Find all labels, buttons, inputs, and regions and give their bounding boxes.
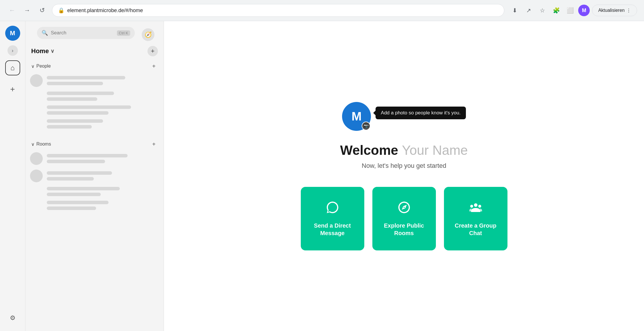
people-section-header[interactable]: ∨ People + bbox=[25, 60, 164, 72]
skeleton-avatar bbox=[30, 152, 43, 165]
compass-button[interactable]: 🧭 bbox=[142, 28, 154, 41]
panel-title-chevron: ∨ bbox=[51, 48, 54, 54]
people-label: People bbox=[36, 64, 51, 69]
update-label: Aktualisieren bbox=[598, 8, 625, 13]
skeleton-lines bbox=[47, 187, 159, 196]
people-skeleton-list bbox=[25, 72, 164, 135]
skeleton-line bbox=[47, 125, 92, 129]
browser-profile-button[interactable]: M bbox=[578, 5, 590, 16]
skeleton-lines bbox=[47, 105, 159, 115]
sidebar-toggle-button[interactable]: ⬜ bbox=[564, 5, 576, 16]
share-button[interactable]: ↗ bbox=[523, 5, 534, 16]
group-chat-icon bbox=[469, 200, 483, 217]
rooms-add-icon: + bbox=[152, 141, 156, 148]
search-icon: 🔍 bbox=[42, 30, 48, 36]
expand-icon: › bbox=[12, 48, 14, 54]
address-bar[interactable]: 🔒 element.plantmicrobe.de/#/home bbox=[52, 4, 504, 17]
reload-button[interactable]: ↺ bbox=[37, 5, 47, 16]
menu-icon: ⋮ bbox=[626, 8, 631, 13]
svg-point-0 bbox=[474, 203, 477, 207]
skeleton-rooms-item-2 bbox=[30, 170, 159, 182]
rooms-section-header[interactable]: ∨ Rooms + bbox=[25, 138, 164, 150]
action-cards: Send a Direct Message Explore Public Roo… bbox=[301, 187, 507, 250]
browser-toolbar: ← → ↺ 🔒 element.plantmicrobe.de/#/home ⬇… bbox=[0, 0, 644, 21]
avatar-area: M 📷 Add a photo so people know it's you. bbox=[342, 102, 466, 131]
skeleton-lines bbox=[47, 171, 159, 181]
app-layout: M › ⌂ + ⚙ 🔍 Ctrl K 🧭 bbox=[0, 21, 644, 331]
explore-rooms-label: Explore Public Rooms bbox=[378, 222, 430, 237]
skeleton-lines bbox=[47, 201, 159, 210]
update-button[interactable]: Aktualisieren ⋮ bbox=[592, 5, 637, 16]
sidebar-expand-button[interactable]: › bbox=[8, 45, 18, 56]
panel-header: 🔍 Ctrl K 🧭 bbox=[25, 21, 164, 46]
svg-point-1 bbox=[470, 205, 473, 208]
skeleton-line bbox=[47, 171, 112, 175]
skeleton-line bbox=[47, 193, 101, 196]
extensions-button[interactable]: 🧩 bbox=[550, 5, 562, 16]
skeleton-people-item-2 bbox=[30, 92, 159, 101]
welcome-heading: Welcome Your Name bbox=[340, 142, 468, 158]
skeleton-line bbox=[47, 111, 109, 115]
direct-message-icon bbox=[326, 200, 339, 217]
main-content: M 📷 Add a photo so people know it's you.… bbox=[164, 21, 644, 331]
skeleton-line bbox=[47, 97, 97, 101]
bookmark-button[interactable]: ☆ bbox=[537, 5, 548, 16]
skeleton-rooms-item-4 bbox=[30, 201, 159, 210]
svg-point-2 bbox=[478, 205, 481, 208]
main-user-avatar[interactable]: M 📷 bbox=[342, 102, 371, 131]
skeleton-people-item-1 bbox=[30, 74, 159, 87]
explore-rooms-icon bbox=[397, 200, 411, 217]
skeleton-line bbox=[47, 82, 103, 85]
skeleton-line bbox=[47, 201, 109, 204]
panel-title[interactable]: Home ∨ bbox=[31, 47, 54, 55]
panel: 🔍 Ctrl K 🧭 Home ∨ + ∨ Peop bbox=[25, 21, 164, 331]
home-nav-button[interactable]: ⌂ bbox=[5, 60, 20, 75]
rooms-label: Rooms bbox=[36, 142, 51, 147]
skeleton-line bbox=[47, 187, 120, 190]
people-section-title: ∨ People bbox=[31, 64, 51, 69]
back-button[interactable]: ← bbox=[7, 5, 17, 16]
welcome-prefix: Welcome bbox=[340, 143, 398, 158]
skeleton-avatar bbox=[30, 74, 43, 87]
plus-icon: + bbox=[10, 85, 15, 94]
skeleton-people-item-4 bbox=[30, 119, 159, 129]
group-chat-label: Create a Group Chat bbox=[450, 222, 502, 237]
skeleton-lines bbox=[47, 92, 159, 101]
panel-add-button[interactable]: + bbox=[148, 46, 158, 56]
avatar-tooltip: Add a photo so people know it's you. bbox=[376, 107, 466, 119]
home-icon: ⌂ bbox=[10, 64, 15, 72]
skeleton-line bbox=[47, 177, 94, 181]
browser-actions: ⬇ ↗ ☆ 🧩 ⬜ M Aktualisieren ⋮ bbox=[509, 5, 637, 16]
forward-button[interactable]: → bbox=[22, 5, 32, 16]
skeleton-line bbox=[47, 105, 131, 109]
rooms-chevron-icon: ∨ bbox=[31, 142, 35, 147]
rooms-add-button[interactable]: + bbox=[150, 140, 158, 148]
rooms-skeleton-list bbox=[25, 150, 164, 217]
explore-rooms-card[interactable]: Explore Public Rooms bbox=[372, 187, 436, 250]
panel-title-text: Home bbox=[31, 47, 49, 55]
skeleton-lines bbox=[47, 76, 159, 85]
lock-icon: 🔒 bbox=[58, 7, 64, 14]
skeleton-line bbox=[47, 76, 125, 79]
sidebar-icons: M › ⌂ + ⚙ bbox=[0, 21, 25, 331]
group-chat-card[interactable]: Create a Group Chat bbox=[444, 187, 507, 250]
search-bar[interactable]: 🔍 Ctrl K bbox=[37, 27, 135, 39]
direct-message-card[interactable]: Send a Direct Message bbox=[301, 187, 364, 250]
skeleton-line bbox=[47, 207, 96, 210]
camera-badge[interactable]: 📷 bbox=[362, 122, 370, 130]
people-add-button[interactable]: + bbox=[150, 62, 158, 70]
user-avatar[interactable]: M bbox=[5, 26, 20, 41]
skeleton-lines bbox=[47, 119, 159, 129]
url-text: element.plantmicrobe.de/#/home bbox=[67, 8, 498, 14]
rooms-section-title: ∨ Rooms bbox=[31, 142, 51, 147]
skeleton-line bbox=[47, 92, 114, 95]
download-button[interactable]: ⬇ bbox=[509, 5, 520, 16]
search-input[interactable] bbox=[51, 30, 114, 36]
sidebar-add-button[interactable]: + bbox=[6, 82, 20, 96]
skeleton-avatar bbox=[30, 170, 43, 182]
skeleton-lines bbox=[47, 154, 159, 163]
panel-add-icon: + bbox=[151, 47, 155, 55]
settings-icon: ⚙ bbox=[10, 314, 16, 322]
skeleton-line bbox=[47, 160, 105, 163]
settings-button[interactable]: ⚙ bbox=[6, 312, 19, 324]
